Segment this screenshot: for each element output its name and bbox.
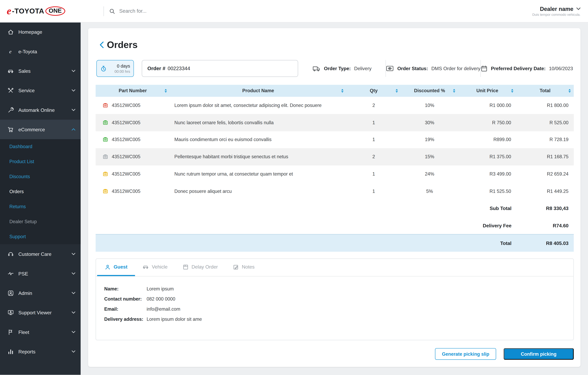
- sidebar-item-ecommerce[interactable]: eCommerce: [0, 120, 81, 139]
- app-logo[interactable]: e -TOYOTA ONE: [0, 5, 104, 17]
- svg-text:e: e: [9, 48, 11, 54]
- headset-icon: [8, 251, 14, 257]
- column-header-qty[interactable]: Qty: [346, 85, 401, 97]
- sidebar-item-dealer-setup[interactable]: Dealer Setup: [0, 214, 81, 229]
- dealer-menu[interactable]: Dealer name Duis tempor commodo vehicula…: [532, 6, 588, 17]
- cart-icon: [8, 126, 14, 133]
- note-pencil-icon: [233, 264, 239, 270]
- search-icon: [109, 8, 115, 14]
- sort-icon: [165, 89, 167, 93]
- chevron-down-icon: [72, 350, 75, 353]
- sidebar-item-sales[interactable]: Sales: [0, 61, 81, 81]
- part-status-icon: [103, 171, 108, 177]
- chevron-up-icon: [72, 128, 75, 131]
- page-header: Orders: [99, 28, 574, 50]
- guest-address-field: Delivery address: Lorem ipsum dolor sit …: [104, 317, 573, 322]
- table-row[interactable]: 43512WC005 Lorem ipsum dolor sit amet, c…: [95, 97, 574, 114]
- order-number-field[interactable]: Order # 00223344: [142, 60, 298, 77]
- box-icon: [182, 264, 189, 270]
- back-button[interactable]: [99, 41, 104, 48]
- sort-icon: [568, 89, 571, 93]
- sidebar-item-product-list[interactable]: Product List: [0, 154, 81, 169]
- guest-name-field: Name: Lorem ipsum: [104, 286, 573, 291]
- stopwatch-icon: [100, 65, 107, 72]
- logo-one-badge: ONE: [45, 6, 65, 16]
- generate-picking-slip-button[interactable]: Generate picking slip: [435, 348, 496, 360]
- sidebar-item-admin[interactable]: Admin: [0, 283, 81, 303]
- monitor-user-icon: [8, 309, 14, 316]
- tab-notes[interactable]: Notes: [225, 259, 262, 276]
- table-row[interactable]: 43512WC005 Nunc laoreet ornare felis, lo…: [95, 114, 574, 131]
- table-row[interactable]: 43512WC005 Pellentesque habitant morbi t…: [95, 148, 574, 165]
- etoyota-icon: e: [8, 48, 14, 55]
- part-status-icon: [103, 137, 108, 143]
- sidebar-item-pse[interactable]: PSE: [0, 264, 81, 283]
- sidebar-item-service[interactable]: Service: [0, 81, 81, 100]
- timer-days: 0 days: [115, 64, 130, 69]
- sidebar-item-customer-care[interactable]: Customer Care: [0, 244, 81, 264]
- sidebar-item-reports[interactable]: Reports: [0, 342, 81, 361]
- sidebar-item-homepage[interactable]: Homepage: [0, 22, 81, 42]
- sidebar-item-etoyota[interactable]: e e-Toyota: [0, 42, 81, 61]
- delivery-fee-value: R74.60: [516, 217, 574, 234]
- sidebar-item-automark-online[interactable]: Automark Online: [0, 100, 81, 120]
- orders-card: Orders 0 days 00:00 hrs Order # 00223344: [88, 28, 581, 367]
- pulse-icon: [8, 270, 14, 277]
- sidebar-item-fleet[interactable]: Fleet: [0, 322, 81, 342]
- confirm-picking-button[interactable]: Confirm picking: [504, 348, 574, 360]
- sort-icon: [396, 89, 398, 93]
- subtotal-value: R8 330,43: [516, 200, 574, 217]
- column-header-unit-price[interactable]: Unit Price: [458, 85, 516, 97]
- column-header-discounted[interactable]: Discounted %: [401, 85, 458, 97]
- tab-vehicle[interactable]: Vehicle: [135, 259, 175, 276]
- ecommerce-submenu: Dashboard Product List Discounts Orders …: [0, 139, 81, 244]
- logo-brand: -TOYOTA: [12, 7, 44, 15]
- subtotal-row: Sub Total R8 330,43: [95, 200, 574, 217]
- order-type-label: Order Type:: [324, 66, 351, 71]
- search-input[interactable]: [118, 8, 277, 14]
- app-root: e -TOYOTA ONE Dealer name Duis tempor co…: [0, 0, 588, 375]
- sidebar-item-discounts[interactable]: Discounts: [0, 169, 81, 184]
- dealer-name: Dealer name: [540, 6, 573, 12]
- order-type: Order Type: Delivery: [298, 60, 386, 77]
- order-status-value: DMS Order for delivery: [431, 66, 480, 71]
- chevron-down-icon: [576, 8, 580, 10]
- sort-icon: [511, 89, 514, 93]
- guest-email-field: Email: info@email.com: [104, 307, 573, 312]
- details-panel: Guest Vehicle Delay Order: [95, 258, 574, 340]
- sidebar-item-orders[interactable]: Orders: [0, 184, 81, 199]
- tab-guest[interactable]: Guest: [97, 259, 135, 276]
- sidebar-item-support[interactable]: Support: [0, 229, 81, 244]
- column-header-product-name[interactable]: Product Name: [170, 85, 346, 97]
- chevron-down-icon: [72, 89, 75, 92]
- chevron-down-icon: [72, 253, 75, 255]
- tab-delay-order[interactable]: Delay Order: [175, 259, 225, 276]
- chevron-down-icon: [72, 292, 75, 294]
- sidebar-item-returns[interactable]: Returns: [0, 199, 81, 214]
- action-buttons: Generate picking slip Confirm picking: [435, 348, 574, 360]
- bar-chart-icon: [8, 348, 14, 355]
- calendar-icon: [481, 65, 488, 72]
- column-header-part-number[interactable]: Part Number: [95, 85, 170, 97]
- sidebar-item-support-viewer[interactable]: Support Viewer: [0, 303, 81, 322]
- chevron-down-icon: [72, 331, 75, 333]
- table-row[interactable]: 43512WC005 Mauris condimentum orci eu eu…: [95, 131, 574, 148]
- sidebar-item-dashboard[interactable]: Dashboard: [0, 139, 81, 154]
- truck-icon: [312, 65, 321, 71]
- chevron-down-icon: [72, 272, 75, 275]
- admin-badge-icon: [8, 290, 14, 296]
- column-header-total[interactable]: Total: [516, 85, 574, 97]
- chevron-down-icon: [72, 70, 75, 72]
- subtotal-label: Sub Total: [458, 200, 516, 217]
- person-icon: [105, 264, 111, 270]
- order-number-value: 00223344: [168, 66, 190, 71]
- wrench-icon: [8, 107, 14, 113]
- order-info-row: 0 days 00:00 hrs Order # 00223344 Order …: [96, 60, 574, 77]
- guest-details: Name: Lorem ipsum Contact number: 082 00…: [96, 277, 573, 322]
- order-timer: 0 days 00:00 hrs: [96, 60, 134, 77]
- order-items-table: Part Number Product Name Qty Discounted …: [95, 85, 574, 252]
- guest-contact-field: Contact number: 082 000 0000: [104, 296, 573, 302]
- table-row[interactable]: 43512WC005 Nunc rutrum tempor urna, at c…: [95, 165, 574, 182]
- order-status-icon: [386, 65, 394, 72]
- table-row[interactable]: 43512WC005 Donec posuere aliquet arcu 1 …: [95, 183, 574, 200]
